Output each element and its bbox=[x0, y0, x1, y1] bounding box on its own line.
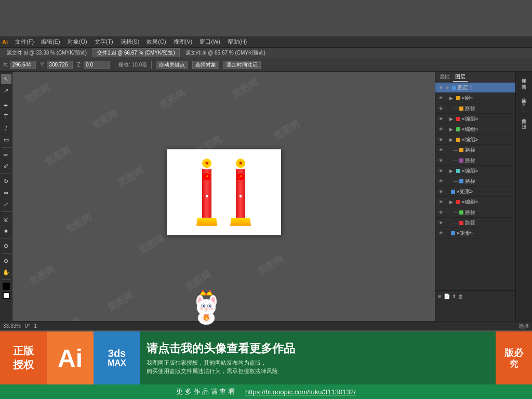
layer-row-12[interactable]: 👁 ▶ «编组» bbox=[435, 197, 515, 207]
layer-row-14[interactable]: 👁 — 路径 bbox=[435, 218, 515, 228]
layer-name-3: 路径 bbox=[465, 105, 513, 112]
panel-move-btn[interactable]: ⬆ bbox=[452, 294, 456, 299]
tab-layers[interactable]: 图层 bbox=[453, 73, 468, 82]
layer-eye-4[interactable]: 👁 bbox=[437, 116, 444, 122]
layer-expand-4[interactable]: ▶ bbox=[449, 116, 455, 122]
mini-panel-char[interactable]: 字符 bbox=[521, 78, 527, 83]
blend-tool[interactable]: ◎ bbox=[1, 214, 11, 224]
line-segment-tool[interactable]: / bbox=[1, 123, 11, 134]
layer-expand-12[interactable]: ▶ bbox=[449, 200, 455, 205]
mini-panel-ai[interactable]: Ai bbox=[522, 84, 526, 91]
gradient-tool[interactable]: ■ bbox=[1, 225, 11, 236]
layer-eye-14[interactable]: 👁 bbox=[437, 220, 444, 226]
mini-panel-prop[interactable]: 属性 bbox=[521, 73, 527, 77]
scale-tool[interactable]: ⤢ bbox=[1, 199, 11, 209]
layer-color-2 bbox=[456, 96, 460, 100]
layer-row-8[interactable]: 👁 — 路径 bbox=[435, 155, 515, 166]
y-input[interactable] bbox=[47, 61, 73, 69]
panel-delete-btn[interactable]: 🗑 bbox=[458, 294, 463, 299]
layer-eye-2[interactable]: 👁 bbox=[437, 95, 444, 101]
panel-new-layer-btn[interactable]: 📄 bbox=[444, 294, 450, 299]
layer-eye-5[interactable]: 👁 bbox=[437, 126, 444, 132]
auto-keyframe-btn[interactable]: 自动关键点 bbox=[156, 61, 188, 69]
rectangle-tool[interactable]: ▭ bbox=[1, 135, 11, 145]
fill-color[interactable] bbox=[3, 283, 10, 290]
canvas-area: 觉图网 觉图网 觉图网 觉图网 觉图网 觉图网 觉图网 觉图网 觉图网 觉图网 … bbox=[12, 72, 435, 321]
layer-name-9: «编组» bbox=[462, 167, 513, 175]
layer-eye-11[interactable]: 👁 bbox=[437, 189, 444, 195]
selection-tool[interactable]: ↖ bbox=[1, 74, 11, 84]
eyedropper-tool[interactable]: ⊙ bbox=[1, 241, 11, 251]
layer-eye-3[interactable]: 👁 bbox=[437, 105, 444, 112]
banner-3ds-block[interactable]: 3ds MAX bbox=[94, 331, 140, 384]
layer-row-2[interactable]: 👁 ▶ «组» bbox=[435, 93, 515, 103]
layer-expand-9[interactable]: ▶ bbox=[449, 168, 455, 174]
reflect-tool[interactable]: ⇔ bbox=[1, 188, 11, 198]
add-time-note-btn[interactable]: 添加时间注记 bbox=[223, 61, 261, 69]
banner-url[interactable]: https://hi.ooopic.com/tuku/31130132/ bbox=[245, 388, 355, 396]
menu-object[interactable]: 对象(O) bbox=[64, 37, 90, 47]
paintbrush-tool[interactable]: ✏ bbox=[1, 150, 11, 160]
hand-tool[interactable]: ✋ bbox=[1, 267, 11, 277]
panel-make-mask-btn[interactable]: ⊕ bbox=[437, 294, 442, 299]
tab-doc-2[interactable]: 交件1.ai @ 66.67 % (CMYK/预览) bbox=[92, 48, 180, 57]
mini-panel-para[interactable]: 段落 bbox=[521, 92, 527, 97]
layer-row-1[interactable]: 👁 ▼ 图层 1 bbox=[435, 83, 515, 93]
z-input[interactable] bbox=[84, 61, 110, 69]
menu-select[interactable]: 选择(S) bbox=[117, 37, 143, 47]
layer-row-11[interactable]: 👁 «矩形» bbox=[435, 187, 515, 197]
direct-select-tool[interactable]: ↗ bbox=[1, 85, 11, 96]
layer-row-7[interactable]: 👁 — 路径 bbox=[435, 145, 515, 155]
layer-dash-14: — bbox=[454, 220, 458, 225]
menu-window[interactable]: 窗口(W) bbox=[196, 37, 223, 47]
layer-row-9[interactable]: 👁 ▶ «编组» bbox=[435, 166, 515, 176]
layer-eye-12[interactable]: 👁 bbox=[437, 199, 444, 205]
grid-label: 栅格: 10.0毫 bbox=[118, 61, 147, 69]
x-input[interactable] bbox=[10, 61, 36, 69]
layer-expand-5[interactable]: ▶ bbox=[449, 127, 455, 132]
tab-doc-3[interactable]: 源文件.ai @ 66.67 % (CMYK/预览) bbox=[181, 48, 270, 58]
menu-view[interactable]: 视图(V) bbox=[170, 37, 196, 47]
layer-row-13[interactable]: 👁 — 路径 bbox=[435, 207, 515, 218]
layer-expand-6[interactable]: ▶ bbox=[449, 137, 455, 142]
menu-text[interactable]: 文字(T) bbox=[91, 37, 116, 47]
banner-ai-block[interactable]: Ai bbox=[47, 331, 94, 384]
layer-expand-1[interactable]: ▼ bbox=[445, 85, 450, 90]
layer-eye-6[interactable]: 👁 bbox=[437, 137, 444, 143]
layer-row-3[interactable]: 👁 — 路径 bbox=[435, 103, 515, 114]
layer-row-6[interactable]: 👁 ▶ «编组» bbox=[435, 135, 515, 145]
type-tool[interactable]: T bbox=[1, 112, 11, 122]
select-object-btn[interactable]: 选择对象 bbox=[192, 61, 219, 69]
stroke-color[interactable] bbox=[3, 292, 10, 299]
tool-sep-3 bbox=[2, 174, 11, 174]
layer-row-15[interactable]: 👁 «矩形» bbox=[435, 228, 515, 238]
pen-tool[interactable]: ✒ bbox=[1, 100, 11, 111]
layer-eye-1[interactable]: 👁 bbox=[437, 85, 444, 91]
layer-eye-10[interactable]: 👁 bbox=[437, 178, 444, 184]
layer-row-4[interactable]: 👁 ▶ «编组» bbox=[435, 114, 515, 124]
menu-file[interactable]: 文件(F) bbox=[12, 37, 37, 47]
layer-expand-2[interactable]: ▶ bbox=[449, 96, 455, 101]
menu-edit[interactable]: 编辑(E) bbox=[38, 37, 63, 47]
watermark-13: 觉图网 bbox=[105, 289, 136, 314]
menu-effect[interactable]: 效果(C) bbox=[143, 37, 169, 47]
mini-panel-distort[interactable]: 扭... bbox=[521, 118, 527, 127]
layer-eye-9[interactable]: 👁 bbox=[437, 168, 444, 174]
layer-eye-13[interactable]: 👁 bbox=[437, 209, 444, 216]
zoom-tool[interactable]: ⊕ bbox=[1, 256, 11, 266]
layer-eye-7[interactable]: 👁 bbox=[437, 147, 444, 153]
layer-row-5[interactable]: 👁 ▶ «编组» bbox=[435, 124, 515, 135]
tab-doc-1[interactable]: 源文件.ai @ 33.33 % (CMYK/预览) bbox=[2, 48, 91, 58]
pencil-tool[interactable]: ✐ bbox=[1, 161, 11, 171]
selection-status: 选择 bbox=[518, 323, 529, 330]
menu-help[interactable]: 帮助(H) bbox=[224, 37, 250, 47]
layer-eye-15[interactable]: 👁 bbox=[437, 230, 444, 236]
party-badge-1: ☭ bbox=[203, 173, 210, 180]
layer-eye-8[interactable]: 👁 bbox=[437, 157, 444, 164]
layer-row-10[interactable]: 👁 — 路径 bbox=[435, 176, 515, 187]
banner-2: 党建引领先进文化 ☭ bbox=[234, 169, 247, 218]
mini-panel-open[interactable]: Op... bbox=[522, 98, 526, 112]
tab-properties[interactable]: 属性 bbox=[437, 73, 452, 82]
rotate-tool[interactable]: ↻ bbox=[1, 176, 11, 187]
mini-panel-color[interactable]: 颜色 bbox=[521, 113, 527, 117]
